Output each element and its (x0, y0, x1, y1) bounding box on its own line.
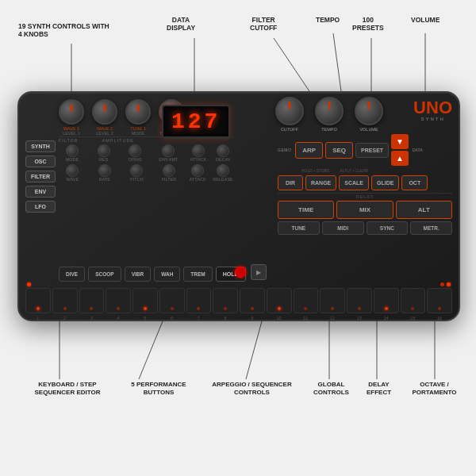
label-octave-portamento: OCTAVE /PORTAMENTO (405, 381, 464, 396)
row-time-mix: TIME MIX ALT (278, 201, 452, 219)
knob-volume[interactable] (355, 97, 383, 125)
pad-3[interactable]: 3 (79, 288, 105, 313)
gemo-label: GEMO (278, 148, 291, 152)
knob-wave1[interactable] (59, 99, 84, 125)
pad-9[interactable]: 9 (240, 288, 265, 313)
btn-arrow-down[interactable]: ▼ (391, 134, 409, 149)
btn-dir[interactable]: DIR (278, 175, 303, 190)
btn-oct[interactable]: OCT (401, 175, 428, 190)
btn-time[interactable]: TIME (278, 201, 334, 219)
label-volume: VOLUME (411, 16, 440, 24)
btn-range[interactable]: RANGE (305, 175, 336, 190)
knob-drive[interactable] (129, 144, 141, 157)
btn-arp[interactable]: ARP (295, 142, 323, 159)
btn-seq[interactable]: SEQ (325, 142, 353, 159)
led-1 (27, 282, 31, 286)
btn-preset[interactable]: PRESET (355, 143, 389, 158)
btn-env[interactable]: ENV (25, 186, 56, 198)
label-res: RES (90, 157, 117, 162)
knob-tune1[interactable] (125, 99, 151, 125)
delay-section-label: DELAY (278, 193, 452, 199)
btn-arrow-up[interactable]: ▲ (391, 151, 409, 166)
play-button[interactable]: ▶ (251, 264, 267, 280)
param-area: FILTER AMPLITUDE MODE RES DRIVE (59, 136, 233, 182)
btn-dive[interactable]: DIVE (59, 267, 85, 282)
svg-line-2 (274, 38, 309, 91)
pad-14[interactable]: 14 (374, 288, 399, 313)
btn-wah[interactable]: WAH (154, 267, 180, 282)
sub-label-row: HOLD • STORE ALTLY • CLEAR (278, 168, 452, 173)
pad-13[interactable]: 13 (347, 288, 372, 313)
diagram-container: 19 SYNTH CONTROLS WITH 4 KNOBS DATADISPL… (0, 0, 476, 476)
row-arp-seq: GEMO ARP SEQ PRESET ▼ ▲ DATA (278, 134, 452, 166)
label-filter-cutoff: FILTERCUTOFF (250, 16, 277, 32)
led-indicators-row (25, 282, 452, 286)
btn-tune[interactable]: TUNE (278, 221, 320, 235)
led-2 (440, 282, 444, 286)
btn-vibr[interactable]: VIBR (125, 267, 152, 282)
btn-scale[interactable]: SCALE (339, 175, 369, 190)
knob-attack[interactable] (192, 144, 205, 157)
btn-synth[interactable]: SYNTH (25, 140, 56, 152)
pad-16[interactable]: 16 (427, 288, 452, 313)
pad-12[interactable]: 12 (320, 288, 345, 313)
label-attack: ATTACK (188, 157, 208, 162)
knob-env-amt[interactable] (162, 144, 175, 157)
arrow-buttons: ▼ ▲ (391, 134, 409, 166)
pad-11[interactable]: 11 (294, 288, 319, 313)
btn-sync[interactable]: SYNC (367, 221, 409, 235)
knob-mode[interactable] (66, 144, 79, 157)
btn-trem[interactable]: TREM (183, 267, 212, 282)
knob-lfo-wave[interactable] (66, 164, 79, 177)
knob-lfo-filter[interactable] (163, 164, 175, 177)
btn-scoop[interactable]: SCOOP (88, 267, 121, 282)
svg-line-3 (333, 33, 341, 91)
rec-button[interactable] (235, 267, 246, 278)
pad-6[interactable]: 6 (159, 288, 185, 313)
label-tempo: TEMPO (315, 127, 344, 132)
label-5-performance: 5 PERFORMANCEBUTTONS (123, 381, 194, 396)
knob-lfo-rate[interactable] (98, 164, 111, 177)
btn-glide[interactable]: GLIDE (371, 175, 399, 190)
pad-4[interactable]: 4 (106, 288, 131, 313)
btn-mix[interactable]: MIX (336, 201, 393, 219)
btn-filter[interactable]: FILTER (25, 171, 56, 182)
label-lfo-pitch: PITCH (123, 177, 151, 182)
hold-store-label: HOLD • STORE (301, 168, 330, 173)
btn-midi[interactable]: MIDI (322, 221, 364, 235)
svg-line-8 (246, 321, 262, 379)
pad-2[interactable]: 2 (52, 288, 78, 313)
knob-attack2[interactable] (191, 164, 204, 177)
label-100-presets: 100PRESETS (352, 16, 384, 32)
pad-8[interactable]: 8 (213, 288, 238, 313)
knob-wave2[interactable] (92, 99, 117, 125)
pad-5[interactable]: 5 (132, 288, 158, 313)
knob-res[interactable] (98, 144, 110, 157)
btn-alt[interactable]: ALT (396, 201, 452, 219)
filter-section-label: FILTER (59, 138, 79, 143)
pad-10[interactable]: 10 (267, 288, 292, 313)
label-lfo-wave: WAVE (59, 177, 86, 182)
label-env-amt: ENV AMT (153, 157, 183, 162)
btn-metr[interactable]: METR. (410, 221, 452, 235)
left-section-buttons: SYNTH OSC FILTER ENV LFO (25, 140, 56, 213)
label-keyboard-step: KEYBOARD / STEPSEQUENCER EDITOR (24, 381, 111, 396)
pad-1[interactable]: 1 (25, 288, 51, 313)
label-data-display: DATADISPLAY (167, 16, 195, 32)
step-pads-row: 1 2 3 4 5 6 7 8 9 (25, 288, 452, 313)
label-arpeggio-seq: ARPEGGIO / SEQUENCERCONTROLS (210, 381, 294, 396)
section-labels-row: FILTER AMPLITUDE (59, 136, 233, 143)
knob-tempo[interactable] (315, 97, 344, 125)
knob-cutoff[interactable] (275, 97, 304, 125)
btn-osc[interactable]: OSC (25, 155, 56, 167)
pad-15[interactable]: 15 (401, 288, 426, 313)
btn-lfo[interactable]: LFO (25, 201, 56, 213)
pad-7[interactable]: 7 (186, 288, 212, 313)
knob-release[interactable] (217, 164, 229, 177)
label-synth-controls: 19 SYNTH CONTROLS WITH 4 KNOBS (18, 22, 113, 38)
knob-decay[interactable] (217, 144, 229, 157)
right-knob-area: CUTOFF TEMPO VOLUME (275, 97, 383, 132)
label-release: RELEASE (213, 177, 233, 182)
uno-logo: UNO SYNTH (413, 99, 452, 121)
knob-lfo-pitch[interactable] (130, 164, 143, 177)
